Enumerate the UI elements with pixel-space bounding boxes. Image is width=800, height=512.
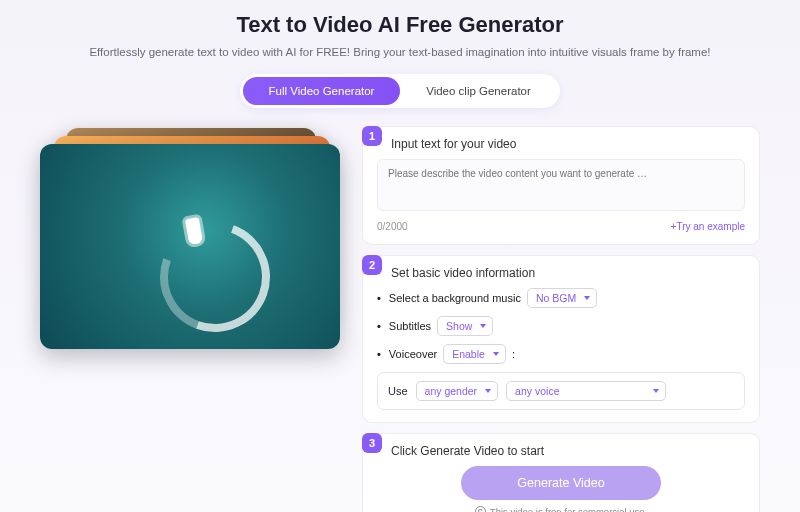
tab-full-video[interactable]: Full Video Generator	[243, 77, 400, 105]
voice-select[interactable]: any voice	[506, 381, 666, 401]
step-3-title: Click Generate Video to start	[377, 444, 544, 458]
step-3-badge: 3	[362, 433, 382, 453]
preview-wake-graphic	[142, 204, 288, 349]
step-2-title: Set basic video information	[377, 266, 535, 280]
commercial-use-note: C This video is free for commercial use.	[377, 506, 745, 512]
step-3: 3 Click Generate Video to start Generate…	[362, 433, 760, 512]
bgm-row: Select a background music No BGM	[377, 288, 745, 308]
prompt-input[interactable]	[377, 159, 745, 211]
steps-panel: 1 Input text for your video 0/2000 +Try …	[362, 126, 760, 512]
step-2: 2 Set basic video information Select a b…	[362, 255, 760, 423]
voiceover-label: Voiceover	[389, 348, 437, 360]
preview-card-1	[40, 144, 340, 349]
subtitles-row: Subtitles Show	[377, 316, 745, 336]
char-counter: 0/2000	[377, 221, 408, 232]
tab-video-clip[interactable]: Video clip Generator	[400, 77, 557, 105]
mode-tabs: Full Video Generator Video clip Generato…	[240, 74, 560, 108]
voiceover-select[interactable]: Enable	[443, 344, 506, 364]
subtitles-select[interactable]: Show	[437, 316, 493, 336]
gender-select[interactable]: any gender	[416, 381, 499, 401]
step-2-badge: 2	[362, 255, 382, 275]
page-title: Text to Video AI Free Generator	[40, 12, 760, 38]
step-1-title: Input text for your video	[377, 137, 516, 151]
voice-options-box: Use any gender any voice	[377, 372, 745, 410]
generate-video-button[interactable]: Generate Video	[461, 466, 661, 500]
voiceover-row: Voiceover Enable :	[377, 344, 745, 364]
copyright-icon: C	[475, 506, 486, 512]
commercial-text: This video is free for commercial use.	[490, 506, 647, 512]
page-subtitle: Effortlessly generate text to video with…	[80, 44, 720, 60]
bgm-label: Select a background music	[389, 292, 521, 304]
step-1: 1 Input text for your video 0/2000 +Try …	[362, 126, 760, 245]
subtitles-label: Subtitles	[389, 320, 431, 332]
try-example-link[interactable]: +Try an example	[671, 221, 745, 232]
bgm-select[interactable]: No BGM	[527, 288, 597, 308]
voiceover-colon: :	[512, 348, 515, 360]
preview-carousel[interactable]	[40, 144, 340, 369]
use-label: Use	[388, 385, 408, 397]
step-1-badge: 1	[362, 126, 382, 146]
